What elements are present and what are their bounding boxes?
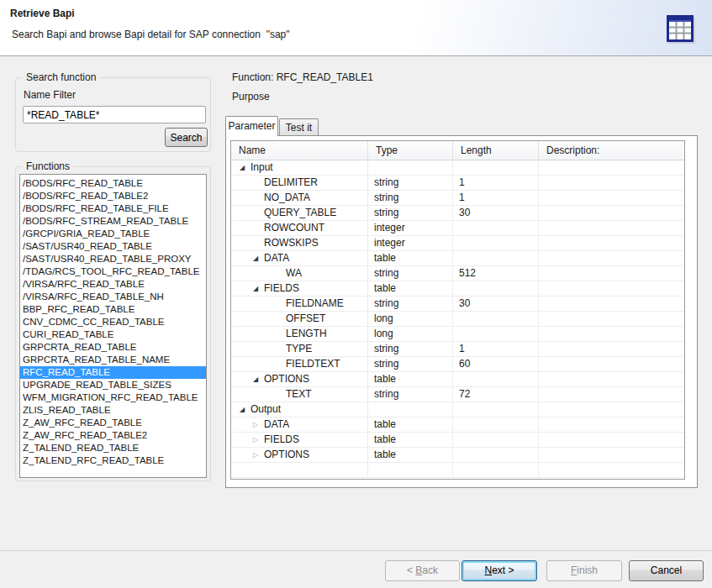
parameter-row[interactable]: FIELDNAMEstring30 — [231, 297, 684, 312]
expand-icon[interactable]: ▷ — [253, 448, 264, 462]
function-list-item[interactable]: /SAST/USR40_READ_TABLE — [20, 240, 206, 253]
parameter-tab-panel: Name Type Length Description: ◢InputDELI… — [225, 135, 698, 488]
expand-icon[interactable]: ▷ — [253, 417, 264, 432]
function-list-item[interactable]: /TDAG/RCS_TOOL_RFC_READ_TABLE — [20, 265, 206, 278]
parameter-row[interactable]: ▷OPTIONStable — [231, 448, 684, 463]
wizard-banner: Retrieve Bapi Search Bapi and browse Bap… — [0, 0, 712, 56]
function-list-item[interactable]: /BODS/RFC_READ_TABLE_FILE — [20, 202, 206, 215]
param-length-cell: 1 — [453, 176, 539, 190]
param-name-text: DATA — [264, 417, 289, 432]
parameter-row[interactable]: ROWSKIPSinteger — [231, 236, 684, 251]
param-description-cell — [539, 281, 684, 296]
parameter-row[interactable]: ◢Input — [231, 160, 684, 176]
param-name-text: DATA — [264, 251, 289, 265]
param-type-cell: string — [368, 191, 453, 205]
param-name-text: FIELDNAME — [286, 297, 344, 311]
page-subtitle: Search Bapi and browse Bapi detail for S… — [12, 29, 290, 40]
purpose-label: Purpose — [232, 91, 270, 102]
collapse-icon[interactable]: ◢ — [253, 372, 264, 386]
param-length-cell — [453, 327, 539, 341]
parameter-row[interactable]: ◢Output — [231, 402, 684, 417]
param-name-text: OPTIONS — [264, 372, 309, 386]
parameter-row[interactable]: OFFSETlong — [231, 312, 684, 327]
collapse-icon[interactable]: ◢ — [240, 402, 251, 417]
function-list-item[interactable]: /BODS/RFC_READ_TABLE — [20, 177, 206, 190]
parameter-row[interactable]: LENGTHlong — [231, 327, 684, 342]
param-type-cell — [368, 160, 453, 175]
functions-group: Functions /BODS/RFC_READ_TABLE/BODS/RFC_… — [15, 166, 211, 481]
tab-parameter[interactable]: Parameter — [225, 116, 278, 136]
parameter-row[interactable]: WAstring512 — [231, 266, 684, 281]
column-header-description: Description: — [539, 141, 684, 160]
functions-list[interactable]: /BODS/RFC_READ_TABLE/BODS/RFC_READ_TABLE… — [19, 174, 207, 478]
collapse-icon[interactable]: ◢ — [253, 281, 264, 296]
tab-test-it[interactable]: Test it — [279, 118, 319, 136]
param-description-cell — [539, 342, 684, 356]
param-length-cell — [453, 160, 539, 175]
parameter-row[interactable]: ◢FIELDStable — [231, 281, 684, 297]
finish-button[interactable]: Finish — [546, 560, 622, 581]
parameter-row[interactable]: ◢OPTIONStable — [231, 372, 684, 387]
parameter-row[interactable]: ▷DATAtable — [231, 417, 684, 433]
param-length-cell — [453, 448, 539, 462]
parameter-row[interactable] — [231, 463, 684, 478]
param-description-cell — [539, 266, 684, 281]
function-list-item[interactable]: Z_TALEND_RFC_READ_TABLE — [20, 454, 206, 467]
function-list-item[interactable]: Z_AW_RFC_READ_TABLE2 — [20, 429, 206, 442]
next-button[interactable]: Next > — [461, 560, 537, 581]
function-list-item[interactable]: UPGRADE_READ_TABLE_SIZES — [20, 379, 206, 391]
param-name-text: FIELDS — [264, 433, 299, 447]
parameter-row[interactable]: QUERY_TABLEstring30 — [231, 206, 684, 221]
param-type-cell: integer — [368, 221, 453, 235]
parameter-table: Name Type Length Description: ◢InputDELI… — [230, 140, 685, 480]
parameter-row[interactable]: FIELDTEXTstring60 — [231, 357, 684, 372]
param-length-cell — [453, 402, 539, 417]
parameter-row[interactable]: NO_DATAstring1 — [231, 191, 684, 206]
parameter-row[interactable]: ◢DATAtable — [231, 251, 684, 266]
function-list-item[interactable]: /BODS/RFC_READ_TABLE2 — [20, 190, 206, 202]
param-name-text: LENGTH — [286, 327, 327, 341]
param-length-cell — [453, 463, 539, 477]
parameter-row[interactable]: ROWCOUNTinteger — [231, 221, 684, 236]
function-list-item[interactable]: BBP_RFC_READ_TABLE — [20, 303, 206, 316]
back-button[interactable]: < Back — [385, 560, 460, 581]
function-list-item[interactable]: CURI_READ_TABLE — [20, 328, 206, 341]
function-list-item[interactable]: GRPCRTA_READ_TABLE_NAME — [20, 354, 206, 366]
collapse-icon[interactable]: ◢ — [253, 251, 264, 265]
param-length-cell — [453, 417, 539, 432]
function-list-item[interactable]: ZLIS_READ_TABLE — [20, 404, 206, 417]
param-name-text: TYPE — [286, 342, 312, 356]
parameter-row[interactable]: DELIMITERstring1 — [231, 176, 684, 191]
param-description-cell — [539, 221, 684, 235]
name-filter-input[interactable] — [23, 106, 206, 123]
function-name-label: Function: RFC_READ_TABLE1 — [232, 71, 373, 83]
param-length-cell — [453, 251, 539, 265]
param-description-cell — [539, 327, 684, 341]
function-list-item[interactable]: /GRCPI/GRIA_READ_TABLE — [20, 228, 206, 240]
function-list-item[interactable]: /VIRSA/RFC_READ_TABLE — [20, 278, 206, 291]
function-list-item[interactable]: Z_TALEND_READ_TABLE — [20, 442, 206, 454]
expand-icon[interactable]: ▷ — [253, 433, 264, 447]
function-list-item[interactable]: WFM_MIGRATION_RFC_READ_TABLE — [20, 391, 206, 404]
collapse-icon[interactable]: ◢ — [240, 160, 251, 175]
param-description-cell — [539, 433, 684, 447]
function-list-item[interactable]: RFC_READ_TABLE — [20, 366, 206, 379]
param-length-cell — [453, 221, 539, 235]
cancel-button[interactable]: Cancel — [629, 560, 704, 581]
param-name-text: Input — [251, 160, 273, 175]
function-list-item[interactable]: GRPCRTA_READ_TABLE — [20, 341, 206, 354]
function-list-item[interactable]: Z_AW_RFC_READ_TABLE — [20, 417, 206, 429]
function-list-item[interactable]: CNV_CDMC_CC_READ_TABLE — [20, 316, 206, 328]
parameter-row[interactable]: TYPEstring1 — [231, 342, 684, 357]
function-list-item[interactable]: /BODS/RFC_STREAM_READ_TABLE — [20, 215, 206, 228]
function-list-item[interactable]: /SAST/USR40_READ_TABLE_PROXY — [20, 253, 206, 265]
parameter-row[interactable]: ▷FIELDStable — [231, 433, 684, 448]
column-header-name: Name — [231, 141, 368, 160]
param-type-cell: long — [368, 327, 453, 341]
param-description-cell — [539, 417, 684, 432]
param-type-cell: table — [368, 448, 453, 462]
parameter-row[interactable]: TEXTstring72 — [231, 387, 684, 402]
function-list-item[interactable]: /VIRSA/RFC_READ_TABLE_NH — [20, 291, 206, 303]
param-length-cell: 60 — [453, 357, 539, 371]
search-button[interactable]: Search — [165, 128, 208, 147]
